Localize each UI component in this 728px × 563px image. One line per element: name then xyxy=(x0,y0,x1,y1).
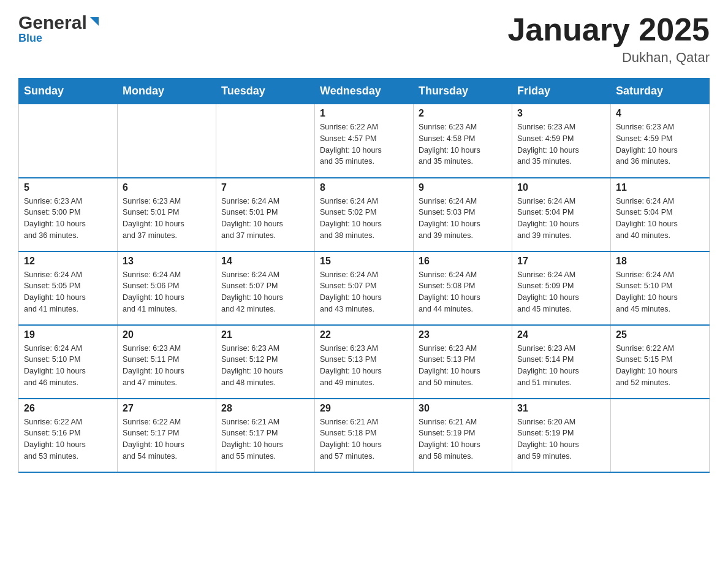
day-number: 27 xyxy=(123,403,211,414)
day-info: Sunrise: 6:22 AM Sunset: 5:16 PM Dayligh… xyxy=(24,416,112,462)
day-info: Sunrise: 6:22 AM Sunset: 4:57 PM Dayligh… xyxy=(320,121,408,167)
calendar-cell: 18Sunrise: 6:24 AM Sunset: 5:10 PM Dayli… xyxy=(611,251,710,325)
day-number: 16 xyxy=(419,256,507,267)
logo: General Blue xyxy=(18,12,101,45)
location-text: Dukhan, Qatar xyxy=(507,50,710,66)
calendar-cell: 3Sunrise: 6:23 AM Sunset: 4:59 PM Daylig… xyxy=(512,104,611,178)
day-info: Sunrise: 6:24 AM Sunset: 5:08 PM Dayligh… xyxy=(419,269,507,315)
calendar-cell: 4Sunrise: 6:23 AM Sunset: 4:59 PM Daylig… xyxy=(611,104,710,178)
day-info: Sunrise: 6:22 AM Sunset: 5:17 PM Dayligh… xyxy=(123,416,211,462)
calendar-cell: 12Sunrise: 6:24 AM Sunset: 5:05 PM Dayli… xyxy=(19,251,118,325)
page-header: General Blue January 2025 Dukhan, Qatar xyxy=(18,12,710,66)
calendar-cell: 26Sunrise: 6:22 AM Sunset: 5:16 PM Dayli… xyxy=(19,399,118,472)
day-number: 19 xyxy=(24,329,112,340)
day-info: Sunrise: 6:23 AM Sunset: 5:00 PM Dayligh… xyxy=(24,196,112,242)
calendar-header-row: SundayMondayTuesdayWednesdayThursdayFrid… xyxy=(19,79,710,104)
day-info: Sunrise: 6:21 AM Sunset: 5:19 PM Dayligh… xyxy=(419,416,507,462)
header-friday: Friday xyxy=(512,79,611,104)
header-monday: Monday xyxy=(118,79,216,104)
day-info: Sunrise: 6:21 AM Sunset: 5:18 PM Dayligh… xyxy=(320,416,408,462)
day-info: Sunrise: 6:24 AM Sunset: 5:09 PM Dayligh… xyxy=(517,269,605,315)
logo-blue-text: Blue xyxy=(18,32,42,45)
calendar-cell: 31Sunrise: 6:20 AM Sunset: 5:19 PM Dayli… xyxy=(512,399,611,472)
calendar-cell: 23Sunrise: 6:23 AM Sunset: 5:13 PM Dayli… xyxy=(414,325,512,399)
day-info: Sunrise: 6:24 AM Sunset: 5:04 PM Dayligh… xyxy=(517,196,605,242)
day-info: Sunrise: 6:23 AM Sunset: 5:14 PM Dayligh… xyxy=(517,343,605,389)
day-info: Sunrise: 6:24 AM Sunset: 5:07 PM Dayligh… xyxy=(221,269,309,315)
day-number: 8 xyxy=(320,182,408,193)
header-saturday: Saturday xyxy=(611,79,710,104)
calendar-cell xyxy=(216,104,315,178)
day-number: 13 xyxy=(123,256,211,267)
day-info: Sunrise: 6:24 AM Sunset: 5:04 PM Dayligh… xyxy=(616,196,704,242)
calendar-week-row: 26Sunrise: 6:22 AM Sunset: 5:16 PM Dayli… xyxy=(19,399,710,472)
calendar-table: SundayMondayTuesdayWednesdayThursdayFrid… xyxy=(18,78,710,473)
header-thursday: Thursday xyxy=(414,79,512,104)
logo-general-text: General xyxy=(18,12,87,33)
day-number: 9 xyxy=(419,182,507,193)
calendar-week-row: 19Sunrise: 6:24 AM Sunset: 5:10 PM Dayli… xyxy=(19,325,710,399)
header-sunday: Sunday xyxy=(19,79,118,104)
day-number: 6 xyxy=(123,182,211,193)
day-info: Sunrise: 6:21 AM Sunset: 5:17 PM Dayligh… xyxy=(221,416,309,462)
calendar-week-row: 12Sunrise: 6:24 AM Sunset: 5:05 PM Dayli… xyxy=(19,251,710,325)
calendar-cell: 9Sunrise: 6:24 AM Sunset: 5:03 PM Daylig… xyxy=(414,178,512,251)
calendar-week-row: 1Sunrise: 6:22 AM Sunset: 4:57 PM Daylig… xyxy=(19,104,710,178)
day-number: 31 xyxy=(517,403,605,414)
day-number: 24 xyxy=(517,329,605,340)
calendar-cell xyxy=(19,104,118,178)
day-info: Sunrise: 6:23 AM Sunset: 5:13 PM Dayligh… xyxy=(419,343,507,389)
day-info: Sunrise: 6:24 AM Sunset: 5:10 PM Dayligh… xyxy=(616,269,704,315)
day-number: 21 xyxy=(221,329,309,340)
day-info: Sunrise: 6:24 AM Sunset: 5:07 PM Dayligh… xyxy=(320,269,408,315)
header-wednesday: Wednesday xyxy=(315,79,414,104)
day-number: 18 xyxy=(616,256,704,267)
day-info: Sunrise: 6:24 AM Sunset: 5:03 PM Dayligh… xyxy=(419,196,507,242)
day-number: 26 xyxy=(24,403,112,414)
svg-marker-0 xyxy=(90,17,99,26)
calendar-cell: 14Sunrise: 6:24 AM Sunset: 5:07 PM Dayli… xyxy=(216,251,315,325)
day-info: Sunrise: 6:24 AM Sunset: 5:02 PM Dayligh… xyxy=(320,196,408,242)
calendar-cell: 1Sunrise: 6:22 AM Sunset: 4:57 PM Daylig… xyxy=(315,104,414,178)
calendar-cell: 29Sunrise: 6:21 AM Sunset: 5:18 PM Dayli… xyxy=(315,399,414,472)
day-number: 28 xyxy=(221,403,309,414)
calendar-cell: 25Sunrise: 6:22 AM Sunset: 5:15 PM Dayli… xyxy=(611,325,710,399)
month-title: January 2025 xyxy=(507,12,710,47)
calendar-cell: 27Sunrise: 6:22 AM Sunset: 5:17 PM Dayli… xyxy=(118,399,216,472)
day-info: Sunrise: 6:24 AM Sunset: 5:05 PM Dayligh… xyxy=(24,269,112,315)
day-number: 17 xyxy=(517,256,605,267)
calendar-cell: 8Sunrise: 6:24 AM Sunset: 5:02 PM Daylig… xyxy=(315,178,414,251)
calendar-cell: 19Sunrise: 6:24 AM Sunset: 5:10 PM Dayli… xyxy=(19,325,118,399)
calendar-cell: 13Sunrise: 6:24 AM Sunset: 5:06 PM Dayli… xyxy=(118,251,216,325)
day-info: Sunrise: 6:23 AM Sunset: 4:59 PM Dayligh… xyxy=(616,121,704,167)
day-number: 29 xyxy=(320,403,408,414)
calendar-week-row: 5Sunrise: 6:23 AM Sunset: 5:00 PM Daylig… xyxy=(19,178,710,251)
day-number: 23 xyxy=(419,329,507,340)
day-number: 1 xyxy=(320,108,408,119)
day-info: Sunrise: 6:20 AM Sunset: 5:19 PM Dayligh… xyxy=(517,416,605,462)
day-number: 12 xyxy=(24,256,112,267)
day-number: 4 xyxy=(616,108,704,119)
day-number: 30 xyxy=(419,403,507,414)
calendar-cell: 15Sunrise: 6:24 AM Sunset: 5:07 PM Dayli… xyxy=(315,251,414,325)
calendar-cell: 5Sunrise: 6:23 AM Sunset: 5:00 PM Daylig… xyxy=(19,178,118,251)
calendar-cell xyxy=(611,399,710,472)
day-number: 11 xyxy=(616,182,704,193)
calendar-cell: 16Sunrise: 6:24 AM Sunset: 5:08 PM Dayli… xyxy=(414,251,512,325)
day-number: 3 xyxy=(517,108,605,119)
day-number: 2 xyxy=(419,108,507,119)
day-number: 7 xyxy=(221,182,309,193)
calendar-cell: 11Sunrise: 6:24 AM Sunset: 5:04 PM Dayli… xyxy=(611,178,710,251)
day-number: 10 xyxy=(517,182,605,193)
day-number: 20 xyxy=(123,329,211,340)
calendar-cell: 22Sunrise: 6:23 AM Sunset: 5:13 PM Dayli… xyxy=(315,325,414,399)
day-info: Sunrise: 6:24 AM Sunset: 5:06 PM Dayligh… xyxy=(123,269,211,315)
day-info: Sunrise: 6:23 AM Sunset: 5:11 PM Dayligh… xyxy=(123,343,211,389)
day-info: Sunrise: 6:24 AM Sunset: 5:10 PM Dayligh… xyxy=(24,343,112,389)
day-info: Sunrise: 6:23 AM Sunset: 5:13 PM Dayligh… xyxy=(320,343,408,389)
day-number: 22 xyxy=(320,329,408,340)
calendar-cell: 28Sunrise: 6:21 AM Sunset: 5:17 PM Dayli… xyxy=(216,399,315,472)
logo-arrow-icon xyxy=(88,15,101,28)
day-info: Sunrise: 6:23 AM Sunset: 5:01 PM Dayligh… xyxy=(123,196,211,242)
calendar-cell: 20Sunrise: 6:23 AM Sunset: 5:11 PM Dayli… xyxy=(118,325,216,399)
